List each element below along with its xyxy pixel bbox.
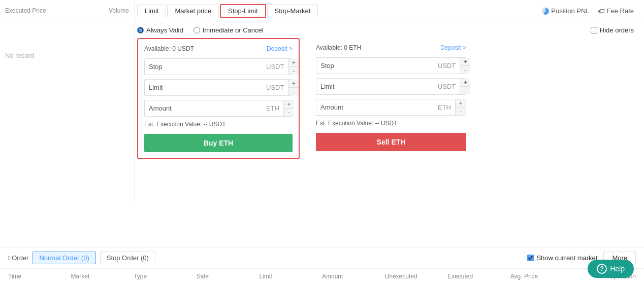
buy-available: Available: 0 USDT [144,45,194,52]
position-pnl[interactable]: Position PNL [542,7,589,15]
sell-amount-minus[interactable]: - [456,108,466,115]
tab-stop-limit[interactable]: Stop-Limit [220,4,266,18]
buy-amount-stepper: + - [283,100,294,116]
buy-amount-plus[interactable]: + [284,100,294,109]
buy-panel: Available: 0 USDT Deposit > Stop USDT + … [137,38,300,159]
th-unexecuted: Unexecuted [385,273,448,280]
th-type: Type [134,273,197,280]
no-record-text: No record [0,21,134,90]
sell-limit-row: Limit USDT + - [316,78,466,95]
sell-limit-stepper: + - [460,79,470,94]
sell-stop-row: Stop USDT + - [316,57,466,74]
sell-stop-stepper: + - [460,58,470,74]
buy-amount-unit: ETH [262,104,283,112]
sell-amount-unit: ETH [434,103,455,111]
stop-order-tab[interactable]: Stop Order (0) [100,252,155,264]
current-order-label: t Order [8,254,28,262]
show-current-market[interactable]: Show current market [527,254,597,262]
buy-limit-row: Limit USDT + - [144,79,293,96]
buy-stop-label: Stop [145,63,173,70]
buy-limit-minus[interactable]: - [288,88,299,95]
th-side: Side [197,273,260,280]
sell-limit-plus[interactable]: + [460,79,470,87]
buy-amount-row: Amount ETH + - [144,100,293,117]
sell-stop-plus[interactable]: + [460,58,470,66]
buy-limit-stepper: + - [288,80,299,95]
buy-est-value: Est. Execution Value: -- USDT [144,121,293,128]
th-executed: Executed [447,273,510,280]
table-header-row: Time Market Type Side Limit Amount Unexe… [0,269,644,284]
hide-orders-checkbox[interactable]: Hide orders [591,26,644,34]
th-market: Market [71,273,134,280]
sell-amount-label: Amount [316,103,344,111]
pie-icon [542,8,549,15]
th-avg-price: Avg. Price [510,273,573,280]
fee-rate-icon: 🏷 [598,7,605,15]
fee-rate[interactable]: 🏷 Fee Rate [598,7,634,15]
sell-limit-minus[interactable]: - [460,87,470,94]
help-button[interactable]: ? Help [588,260,634,278]
buy-limit-plus[interactable]: + [288,80,299,88]
buy-amount-minus[interactable]: - [284,109,294,116]
th-limit: Limit [259,273,322,280]
sell-amount-input[interactable] [344,100,434,114]
th-amount: Amount [322,273,385,280]
buy-stop-minus[interactable]: - [288,67,299,75]
sell-stop-unit: USDT [434,62,460,69]
tab-market-price[interactable]: Market price [167,5,219,17]
buy-stop-unit: USDT [262,63,288,70]
th-time: Time [8,273,71,280]
buy-limit-label: Limit [145,84,173,91]
buy-stop-stepper: + - [288,59,299,75]
sell-eth-button[interactable]: Sell ETH [316,133,466,151]
bottom-section: t Order Normal Order (0) Stop Order (0) … [0,247,644,284]
immediate-cancel-radio[interactable]: Immediate or Cancel [194,26,264,34]
normal-order-tab[interactable]: Normal Order (0) [33,252,95,264]
buy-limit-input[interactable] [173,81,262,94]
sell-deposit-link[interactable]: Deposit > [440,44,466,51]
sell-amount-plus[interactable]: + [456,99,466,108]
sell-available: Available: 0 ETH [316,44,361,51]
tab-stop-market[interactable]: Stop-Market [267,5,318,17]
sell-amount-stepper: + - [455,99,466,115]
sell-stop-minus[interactable]: - [460,66,470,74]
buy-limit-unit: USDT [262,84,288,91]
sell-stop-input[interactable] [344,59,434,73]
sell-limit-label: Limit [316,83,344,90]
sell-panel: Available: 0 ETH Deposit > Stop USDT + -… [310,38,472,159]
buy-amount-label: Amount [145,104,173,112]
tab-limit[interactable]: Limit [137,5,166,17]
sell-stop-label: Stop [316,62,344,69]
buy-stop-input[interactable] [173,60,262,74]
sell-limit-input[interactable] [344,80,434,93]
buy-eth-button[interactable]: Buy ETH [144,134,293,152]
buy-stop-row: Stop USDT + - [144,58,293,75]
buy-amount-input[interactable] [173,101,262,115]
sell-est-value: Est. Execution Value: -- USDT [316,120,466,127]
always-valid-radio[interactable]: Always Valid [137,26,183,34]
sell-amount-row: Amount ETH + - [316,99,466,116]
show-current-checkbox[interactable] [527,255,534,261]
help-icon: ? [597,264,607,274]
sell-limit-unit: USDT [434,83,460,90]
buy-stop-plus[interactable]: + [288,59,299,67]
buy-deposit-link[interactable]: Deposit > [267,45,293,52]
